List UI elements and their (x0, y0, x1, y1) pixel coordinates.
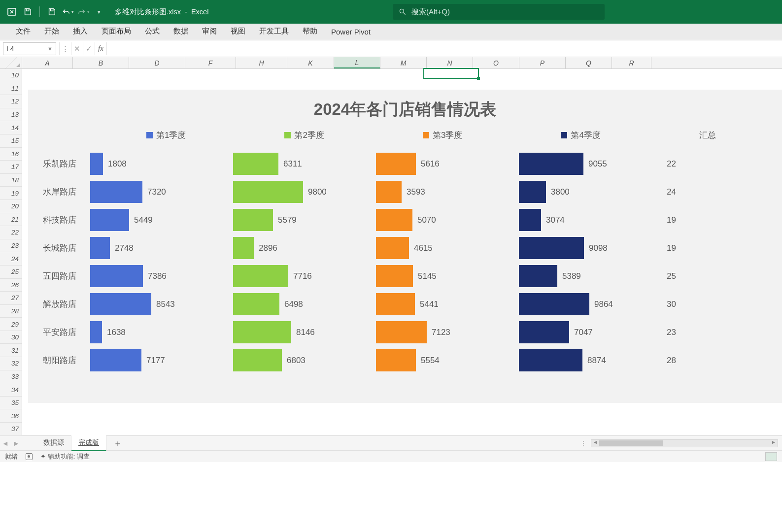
row-header[interactable]: 15 (0, 134, 22, 148)
row-header[interactable]: 31 (0, 344, 22, 357)
column-header[interactable]: D (129, 57, 185, 68)
cancel-icon[interactable]: ✕ (71, 42, 83, 55)
ribbon-tab[interactable]: 审阅 (195, 23, 224, 40)
normal-view-button[interactable] (765, 452, 777, 461)
bar (519, 237, 584, 259)
row-header[interactable]: 36 (0, 409, 22, 423)
name-box[interactable]: L4▼ (3, 42, 56, 55)
ribbon-tab[interactable]: 数据 (167, 23, 195, 40)
row-header[interactable]: 27 (0, 292, 22, 305)
worksheet-area[interactable]: 2024年各门店销售情况表 第1季度第2季度第3季度第4季度汇总 乐凯路店180… (22, 69, 782, 435)
bar (233, 181, 303, 203)
ribbon-tab[interactable]: 视图 (224, 23, 252, 40)
row-header[interactable]: 16 (0, 148, 22, 161)
macro-record-icon[interactable] (26, 453, 33, 460)
save-icon[interactable] (21, 5, 34, 19)
bar-value-label: 7177 (141, 349, 165, 371)
column-headers: ABDFHKLMNOPQR (0, 57, 782, 69)
row-header[interactable]: 20 (0, 200, 22, 213)
chart-plot-area: 乐凯路店180863115616905522水岸路店73209800359338… (43, 150, 767, 374)
column-header[interactable]: N (427, 57, 473, 68)
bar-value-label: 6311 (278, 153, 302, 175)
column-header[interactable]: K (287, 57, 334, 68)
bar-value-label: 7320 (142, 181, 166, 203)
row-header[interactable]: 30 (0, 331, 22, 344)
row-header[interactable]: 22 (0, 226, 22, 239)
row-header[interactable]: 23 (0, 239, 22, 253)
row-header[interactable]: 35 (0, 397, 22, 410)
column-header[interactable]: R (612, 57, 651, 68)
column-header[interactable]: B (73, 57, 129, 68)
ribbon-tab[interactable]: 插入 (66, 23, 95, 40)
select-all-button[interactable] (0, 57, 22, 68)
row-header[interactable]: 25 (0, 266, 22, 279)
row-header[interactable]: 37 (0, 423, 22, 436)
ribbon-tab[interactable]: 页面布局 (95, 23, 138, 40)
row-header[interactable]: 26 (0, 279, 22, 292)
search-icon (399, 8, 407, 16)
horizontal-scrollbar[interactable] (591, 439, 778, 447)
row-header[interactable]: 19 (0, 187, 22, 200)
bar (90, 265, 143, 287)
add-sheet-button[interactable]: ＋ (106, 437, 129, 449)
column-header[interactable]: F (185, 57, 236, 68)
row-header[interactable]: 10 (0, 69, 22, 82)
row-header[interactable]: 17 (0, 161, 22, 174)
row-header[interactable]: 21 (0, 213, 22, 227)
ribbon-tab[interactable]: 开发工具 (252, 23, 296, 40)
legend-swatch (561, 132, 567, 138)
bar-value-label: 5070 (412, 209, 436, 231)
ribbon-tab[interactable]: 帮助 (296, 23, 324, 40)
embedded-chart[interactable]: 2024年各门店销售情况表 第1季度第2季度第3季度第4季度汇总 乐凯路店180… (28, 90, 782, 403)
sheet-next-icon[interactable]: ► (11, 439, 22, 447)
row-header[interactable]: 14 (0, 121, 22, 134)
ribbon-tab[interactable]: 公式 (138, 23, 167, 40)
sheet-tab[interactable]: 完成版 (71, 435, 106, 451)
accessibility-icon[interactable]: ✦ 辅助功能: 调查 (40, 452, 90, 461)
bar-value-label: 9055 (583, 153, 607, 175)
svg-point-3 (400, 9, 404, 13)
column-header[interactable]: M (380, 57, 427, 68)
row-header[interactable]: 34 (0, 383, 22, 397)
row-header[interactable]: 29 (0, 318, 22, 331)
row-header[interactable]: 11 (0, 82, 22, 96)
total-value-label: 22 (662, 153, 676, 175)
sheet-tab[interactable]: 数据源 (36, 435, 71, 451)
row-header[interactable]: 13 (0, 108, 22, 122)
formula-input[interactable] (106, 42, 782, 55)
bar (376, 209, 412, 231)
bar (90, 321, 102, 343)
bar-value-label: 5616 (416, 153, 440, 175)
row-header[interactable]: 28 (0, 305, 22, 318)
row-header[interactable]: 24 (0, 252, 22, 266)
column-header[interactable]: H (236, 57, 287, 68)
column-header[interactable]: Q (566, 57, 612, 68)
fb-dropdown-icon[interactable]: ⋮ (59, 42, 71, 55)
row-header[interactable]: 12 (0, 95, 22, 108)
fx-icon[interactable]: fx (95, 42, 106, 55)
column-header[interactable]: P (519, 57, 566, 68)
autosave-icon[interactable] (45, 5, 59, 19)
legend-swatch (284, 132, 291, 138)
enter-icon[interactable]: ✓ (83, 42, 95, 55)
search-box[interactable]: 搜索(Alt+Q) (393, 4, 605, 20)
bar-value-label: 3800 (546, 181, 570, 203)
bar (376, 349, 416, 371)
row-header[interactable]: 32 (0, 357, 22, 370)
ribbon-tab[interactable]: 文件 (9, 23, 37, 40)
column-header[interactable]: O (473, 57, 519, 68)
window-title: 多维对比条形图.xlsx - Excel (115, 7, 208, 17)
column-header[interactable]: L (334, 57, 380, 68)
ribbon-tab[interactable]: Power Pivot (324, 24, 377, 40)
row-header[interactable]: 18 (0, 174, 22, 187)
row-header[interactable]: 33 (0, 370, 22, 384)
ribbon-tab[interactable]: 开始 (37, 23, 66, 40)
tab-split-handle[interactable]: ⋮ (580, 439, 587, 447)
column-header[interactable]: A (22, 57, 73, 68)
sheet-prev-icon[interactable]: ◄ (0, 439, 11, 447)
undo-icon[interactable]: ▾ (61, 5, 74, 19)
customize-qat-icon[interactable]: ▾ (92, 5, 106, 19)
legend-item: 第2季度 (284, 130, 324, 141)
redo-icon[interactable]: ▾ (76, 5, 90, 19)
title-bar: ▾ ▾ ▾ 多维对比条形图.xlsx - Excel 搜索(Alt+Q) (0, 0, 782, 24)
